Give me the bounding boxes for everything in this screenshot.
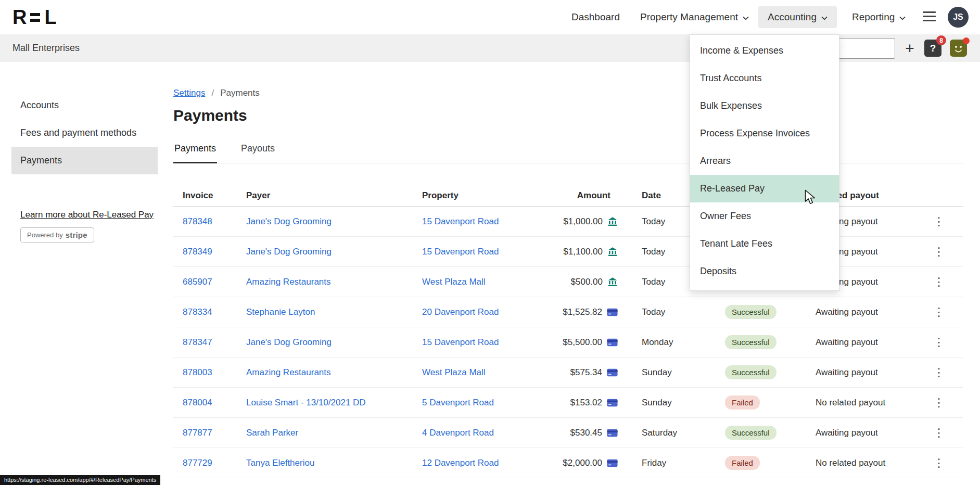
chat-notification-dot (963, 37, 970, 44)
chat-launcher-icon[interactable] (950, 40, 967, 57)
menu-icon[interactable] (923, 11, 936, 21)
amount-value: $1,000.00 (563, 216, 603, 227)
invoice-link[interactable]: 878349 (183, 247, 212, 257)
sidebar-item-accounts[interactable]: Accounts (11, 92, 158, 119)
breadcrumb: Settings / Payments (173, 88, 963, 98)
chevron-down-icon (821, 16, 828, 20)
nav-accounting-label: Accounting (768, 11, 817, 23)
nav-dashboard[interactable]: Dashboard (565, 6, 626, 28)
sidebar-item-payments[interactable]: Payments (11, 147, 158, 174)
invoice-link[interactable]: 878347 (183, 337, 212, 347)
menu-item-owner-fees[interactable]: Owner Fees (690, 202, 839, 230)
question-mark-glyph: ? (930, 43, 936, 54)
menu-item-tenant-late-fees[interactable]: Tenant Late Fees (690, 230, 839, 258)
payer-link[interactable]: Stephanie Layton (246, 307, 315, 317)
property-link[interactable]: 15 Davenport Road (422, 247, 499, 257)
kebab-menu-icon[interactable]: ⋮ (933, 457, 945, 469)
kebab-menu-icon[interactable]: ⋮ (933, 216, 945, 227)
tab-payouts[interactable]: Payouts (240, 140, 276, 163)
stripe-logo: stripe (66, 231, 87, 239)
menu-item-process-expense-invoices[interactable]: Process Expense Invoices (690, 120, 839, 147)
card-icon (607, 429, 618, 437)
property-link[interactable]: 4 Davenport Road (422, 428, 494, 438)
amount-value: $153.02 (570, 398, 602, 408)
tab-payments[interactable]: Payments (173, 140, 217, 163)
kebab-menu-icon[interactable]: ⋮ (933, 337, 945, 348)
kebab-menu-icon[interactable]: ⋮ (933, 397, 945, 409)
main-panel: Settings / Payments Payments Payments Pa… (158, 62, 980, 485)
sidebar-item-fees-and-payment-methods[interactable]: Fees and payment methods (11, 119, 158, 147)
property-link[interactable]: 12 Davenport Road (422, 458, 499, 468)
related-payout-cell: No related payout (803, 398, 915, 408)
property-link[interactable]: 20 Davenport Road (422, 307, 499, 317)
table-row: 685907 Amazing Restaurants West Plaza Ma… (173, 267, 963, 297)
property-link[interactable]: 5 Davenport Road (422, 398, 494, 407)
invoice-link[interactable]: 685907 (183, 277, 212, 287)
nav-reporting[interactable]: Reporting (846, 6, 912, 28)
payer-link[interactable]: Jane's Dog Grooming (246, 216, 332, 226)
menu-item-arrears[interactable]: Arrears (690, 147, 839, 175)
payer-link[interactable]: Jane's Dog Grooming (246, 247, 332, 257)
kebab-menu-icon[interactable]: ⋮ (933, 276, 945, 288)
payer-link[interactable]: Tanya Eleftheriou (246, 458, 314, 468)
page-title: Payments (173, 107, 963, 124)
chevron-down-icon (743, 16, 749, 20)
property-link[interactable]: 15 Davenport Road (422, 216, 499, 226)
tabs: Payments Payouts (173, 140, 963, 163)
re-leased-logo[interactable]: R L (12, 7, 56, 27)
menu-item-deposits[interactable]: Deposits (690, 258, 839, 285)
payments-table: Invoice Payer Property Amount Date Statu… (173, 185, 963, 478)
related-payout-cell: Awaiting payout (803, 307, 915, 317)
user-avatar[interactable]: JS (948, 7, 969, 28)
nav-accounting[interactable]: Accounting (758, 6, 837, 28)
date-cell: Sunday (642, 367, 715, 378)
kebab-menu-icon[interactable]: ⋮ (933, 367, 945, 378)
status-badge: Successful (725, 426, 777, 440)
nav-dashboard-label: Dashboard (571, 11, 620, 23)
powered-by-stripe-badge[interactable]: Powered by stripe (20, 227, 94, 242)
payer-link[interactable]: Jane's Dog Grooming (246, 337, 332, 347)
table-row: 878004 Louise Smart - 13/10/2021 DD 5 Da… (173, 388, 963, 418)
date-cell: Today (642, 307, 715, 317)
menu-item-re-leased-pay[interactable]: Re-Leased Pay (690, 175, 839, 202)
menu-item-bulk-expenses[interactable]: Bulk Expenses (690, 92, 839, 120)
invoice-link[interactable]: 878003 (183, 367, 212, 377)
payer-link[interactable]: Amazing Restaurants (246, 277, 331, 287)
payer-link[interactable]: Amazing Restaurants (246, 367, 331, 377)
logo-letter-r: R (12, 7, 26, 27)
notification-badge: 8 (936, 35, 946, 45)
property-link[interactable]: West Plaza Mall (422, 277, 486, 287)
status-badge: Successful (725, 365, 777, 379)
powered-by-label: Powered by (27, 231, 63, 239)
column-header-payer: Payer (246, 190, 422, 201)
status-badge: Successful (725, 305, 777, 319)
property-link[interactable]: 15 Davenport Road (422, 337, 499, 347)
kebab-menu-icon[interactable]: ⋮ (933, 427, 945, 439)
kebab-menu-icon[interactable]: ⋮ (933, 307, 945, 318)
table-row: 878348 Jane's Dog Grooming 15 Davenport … (173, 207, 963, 237)
kebab-menu-icon[interactable]: ⋮ (933, 246, 945, 258)
invoice-link[interactable]: 877877 (183, 428, 212, 438)
amount-value: $530.45 (570, 428, 602, 438)
amount-value: $1,100.00 (563, 247, 603, 257)
column-header-property: Property (422, 190, 564, 201)
table-row: 878003 Amazing Restaurants West Plaza Ma… (173, 358, 963, 388)
accounting-dropdown-menu: Income & Expenses Trust Accounts Bulk Ex… (690, 34, 839, 291)
invoice-link[interactable]: 877729 (183, 458, 212, 468)
menu-item-income-expenses[interactable]: Income & Expenses (690, 37, 839, 65)
invoice-link[interactable]: 878004 (183, 398, 212, 407)
menu-item-trust-accounts[interactable]: Trust Accounts (690, 65, 839, 92)
breadcrumb-settings-link[interactable]: Settings (173, 88, 205, 98)
nav-property-management[interactable]: Property Management (634, 6, 755, 28)
learn-more-link[interactable]: Learn more about Re-Leased Pay (20, 210, 154, 220)
payer-link[interactable]: Louise Smart - 13/10/2021 DD (246, 398, 366, 407)
invoice-link[interactable]: 878348 (183, 216, 212, 226)
column-header-amount: Amount (564, 190, 642, 201)
payer-link[interactable]: Sarah Parker (246, 428, 298, 438)
help-icon[interactable]: ? 8 (924, 40, 941, 57)
settings-sidebar: Accounts Fees and payment methods Paymen… (11, 62, 158, 485)
table-row: 878347 Jane's Dog Grooming 15 Davenport … (173, 327, 963, 358)
property-link[interactable]: West Plaza Mall (422, 367, 486, 377)
add-icon[interactable]: + (903, 41, 916, 56)
invoice-link[interactable]: 878334 (183, 307, 212, 317)
